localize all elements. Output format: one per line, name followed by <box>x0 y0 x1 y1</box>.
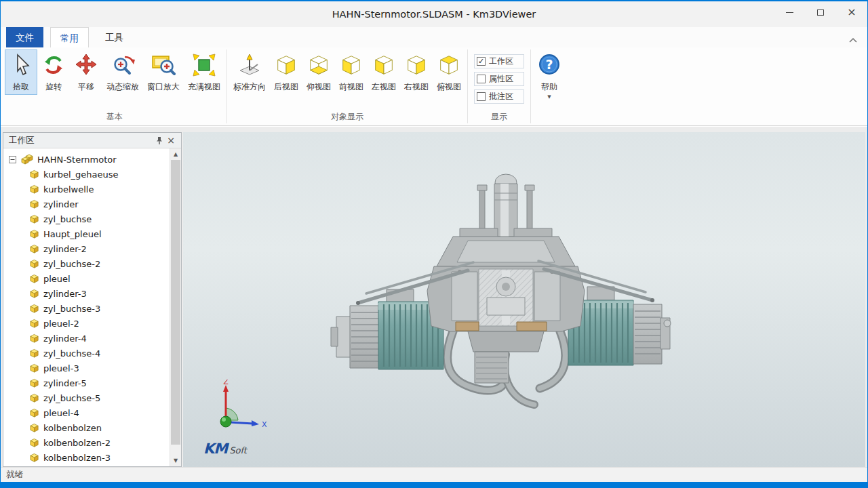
checkbox-属性区[interactable]: 属性区 <box>474 72 524 86</box>
cube-bottom-button[interactable]: 仰视图 <box>302 49 335 95</box>
tree-item-Haupt_pleuel[interactable]: Haupt_pleuel <box>3 226 170 241</box>
tree-item-pleuel-4[interactable]: pleuel-4 <box>3 405 170 420</box>
pan-icon <box>74 53 98 77</box>
tab-tools[interactable]: 工具 <box>96 27 133 47</box>
part-icon <box>29 244 39 254</box>
tree-scrollbar[interactable]: ▲ ▼ <box>170 148 181 466</box>
rotate-button[interactable]: 旋转 <box>37 49 70 95</box>
tree-item-zylinder-3[interactable]: zylinder-3 <box>3 286 170 301</box>
tree-item-zyl_buchse-3[interactable]: zyl_buchse-3 <box>3 301 170 316</box>
tree-item-pleuel-3[interactable]: pleuel-3 <box>3 361 170 375</box>
tree-item-label: zylinder-2 <box>43 244 87 254</box>
tree-item-kolbenbolzen[interactable]: kolbenbolzen <box>3 420 170 435</box>
part-icon <box>29 259 39 269</box>
window-title: HAHN-Sternmotor.SLDASM - Km3DViewer <box>102 1 766 27</box>
tree-item-zyl_buchse-5[interactable]: zyl_buchse-5 <box>3 390 170 405</box>
workspace-panel-title: 工作区 <box>9 135 153 146</box>
tree-item-kolbenbolzen-2[interactable]: kolbenbolzen-2 <box>3 435 170 450</box>
tree-item-label: kurbelwelle <box>43 184 94 195</box>
tree-item-label: zyl_buchse <box>43 214 92 224</box>
ribbon-collapse-button[interactable] <box>848 34 858 41</box>
tree-item-zylinder-2[interactable]: zylinder-2 <box>3 241 170 256</box>
button-label: 前视图 <box>339 81 363 93</box>
checkbox-批注区[interactable]: 批注区 <box>474 89 524 104</box>
part-icon <box>29 229 39 239</box>
window-border-bottom <box>0 482 868 488</box>
minimize-button[interactable] <box>774 1 805 23</box>
help-button[interactable]: ? 帮助 ▼ <box>533 49 566 102</box>
help-label: 帮助 <box>541 81 557 93</box>
cube-left-icon <box>372 53 396 77</box>
tree-item-label: zylinder-3 <box>43 289 87 299</box>
cube-front-button[interactable]: 前视图 <box>335 49 368 95</box>
close-button[interactable]: × <box>836 1 867 23</box>
tree-root-label: HAHN-Sternmotor <box>37 155 117 165</box>
tree-item-pleuel[interactable]: pleuel <box>3 271 170 286</box>
part-icon <box>29 438 39 448</box>
zoom-window-button[interactable]: 窗口放大 <box>143 49 184 95</box>
ribbon-group-help: ? 帮助 ▼ <box>532 47 567 125</box>
tree-item-kurbel_gehaeuse[interactable]: kurbel_gehaeuse <box>3 167 170 182</box>
group-label-basic: 基本 <box>3 111 226 125</box>
pan-button[interactable]: 平移 <box>70 49 102 95</box>
workspace-panel-header: 工作区 × <box>3 133 181 148</box>
engine-model <box>183 132 865 467</box>
workspace-panel: 工作区 × HAHN-Stern <box>3 132 182 467</box>
help-dropdown-icon[interactable]: ▼ <box>547 95 551 100</box>
checkbox-工作区[interactable]: ✓工作区 <box>474 54 524 68</box>
part-icon <box>29 378 39 388</box>
cube-right-icon <box>404 53 429 77</box>
tree-item-kurbelwelle[interactable]: kurbelwelle <box>3 182 170 197</box>
panel-close-button[interactable]: × <box>165 134 177 146</box>
cube-bottom-icon <box>307 53 331 77</box>
fit-view-button[interactable]: 充满视图 <box>184 49 224 95</box>
pick-icon <box>9 53 33 77</box>
scroll-thumb[interactable] <box>171 160 180 445</box>
tab-file[interactable]: 文件 <box>6 27 43 47</box>
help-icon: ? <box>537 53 561 77</box>
tree-root-node[interactable]: HAHN-Sternmotor <box>3 152 170 167</box>
scroll-down-icon[interactable]: ▼ <box>170 455 181 466</box>
zoom-dynamic-button[interactable]: 动态缩放 <box>102 49 143 95</box>
window-border-top <box>0 0 868 1</box>
maximize-button[interactable] <box>805 1 836 23</box>
cube-back-button[interactable]: 后视图 <box>270 49 302 95</box>
tree-item-label: pleuel-2 <box>43 319 79 329</box>
zoom-window-icon <box>151 53 176 77</box>
cube-right-button[interactable]: 右视图 <box>400 49 433 95</box>
group-label-display: 显示 <box>469 111 530 125</box>
cube-top-button[interactable]: 俯视图 <box>433 49 465 95</box>
tree-item-zyl_buchse-4[interactable]: zyl_buchse-4 <box>3 346 170 361</box>
checkbox-box: ✓ <box>477 57 486 66</box>
workspace-tree: HAHN-Sternmotor kurbel_gehaeuse kurbelwe… <box>3 148 170 466</box>
cube-front-icon <box>339 53 363 77</box>
button-label: 动态缩放 <box>106 81 139 93</box>
status-text: 就绪 <box>6 469 23 481</box>
tab-home[interactable]: 常用 <box>50 27 89 47</box>
pin-button[interactable] <box>153 134 165 146</box>
tree-item-zylinder[interactable]: zylinder <box>3 197 170 211</box>
tree-item-zylinder-4[interactable]: zylinder-4 <box>3 331 170 346</box>
ribbon-group-basic: 拾取 旋转平移 动态缩放 窗口放大 充满视图 基本 <box>3 47 226 125</box>
logo-soft-text: Soft <box>229 445 247 455</box>
pick-button[interactable]: 拾取 <box>5 49 37 95</box>
tree-item-pleuel-2[interactable]: pleuel-2 <box>3 316 170 331</box>
tree-item-zyl_buchse[interactable]: zyl_buchse <box>3 211 170 226</box>
part-icon <box>29 319 39 329</box>
collapse-expander-icon[interactable] <box>9 156 16 163</box>
tree-item-zylinder-5[interactable]: zylinder-5 <box>3 375 170 390</box>
cube-left-button[interactable]: 左视图 <box>368 49 400 95</box>
button-label: 标准方向 <box>233 81 266 93</box>
part-icon <box>29 184 39 195</box>
x-axis-label: X <box>262 420 267 429</box>
maximize-icon <box>817 9 824 16</box>
scroll-up-icon[interactable]: ▲ <box>170 148 181 160</box>
cube-back-icon <box>274 53 298 77</box>
tree-item-kolbenbolzen-3[interactable]: kolbenbolzen-3 <box>3 450 170 465</box>
button-label: 左视图 <box>372 81 396 93</box>
assembly-icon <box>21 154 33 165</box>
orientation-button[interactable]: 标准方向 <box>229 49 270 95</box>
viewport-3d[interactable]: Z X KM Soft <box>183 132 865 467</box>
tree-item-zyl_buchse-2[interactable]: zyl_buchse-2 <box>3 256 170 271</box>
part-icon <box>29 199 39 209</box>
